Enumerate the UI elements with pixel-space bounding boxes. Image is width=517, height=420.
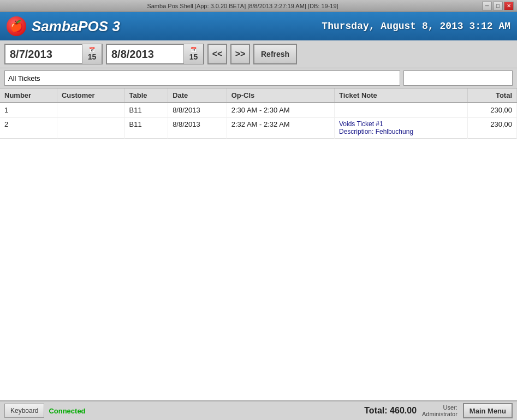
user-info: User: Administrator (422, 404, 457, 417)
end-date-calendar-button[interactable]: 📅 15 (183, 44, 203, 64)
cell-total: 230,00 (467, 117, 516, 139)
tickets-table: Number Customer Table Date Op-Cls Ticket… (0, 88, 517, 139)
cell-customer (57, 103, 124, 117)
cell-customer (57, 117, 124, 139)
end-date-input[interactable]: 8/8/2013 📅 15 (106, 44, 204, 64)
maximize-button[interactable]: □ (493, 2, 503, 10)
app-header: 🍎 SambaPOS 3 Thursday, August 8, 2013 3:… (0, 12, 517, 40)
minimize-button[interactable]: ─ (482, 2, 492, 10)
title-bar: Samba Pos Shell [App: 3.0.20 BETA] [8/8/… (0, 0, 517, 12)
start-date-text: 8/7/2013 (5, 48, 82, 61)
cell-ticket-note (334, 103, 467, 117)
date-filter-bar: 8/7/2013 📅 15 8/8/2013 📅 15 << >> Refres… (0, 40, 517, 68)
cell-number: 1 (0, 103, 57, 117)
end-date-text: 8/8/2013 (107, 48, 183, 61)
cell-date: 8/8/2013 (168, 103, 227, 117)
col-number: Number (0, 88, 57, 103)
logo-icon: 🍎 (10, 20, 23, 33)
title-bar-text: Samba Pos Shell [App: 3.0.20 BETA] [8/8/… (3, 3, 482, 9)
status-right: Total: 460.00 User: Administrator Main M… (364, 403, 513, 418)
filter-row: All Tickets Open Tickets Closed Tickets (0, 68, 517, 88)
tickets-table-container: Number Customer Table Date Op-Cls Ticket… (0, 88, 517, 400)
status-left: Keyboard Connected (4, 404, 86, 418)
prev-button[interactable]: << (207, 44, 227, 64)
close-button[interactable]: ✕ (504, 2, 514, 10)
title-bar-buttons: ─ □ ✕ (482, 2, 514, 10)
next-button[interactable]: >> (230, 44, 250, 64)
calendar-icon: 📅 15 (88, 48, 97, 61)
cell-op-cls: 2:30 AM - 2:30 AM (227, 103, 334, 117)
app-datetime: Thursday, August 8, 2013 3:12 AM (126, 21, 510, 32)
refresh-button[interactable]: Refresh (253, 44, 297, 64)
ticket-note-line2: Description: Fehlbuchung (339, 128, 413, 135)
ticket-filter-select[interactable]: All Tickets Open Tickets Closed Tickets (4, 70, 400, 86)
user-label: User: (443, 404, 457, 411)
cell-date: 8/8/2013 (168, 117, 227, 139)
table-row[interactable]: 2 B11 8/8/2013 2:32 AM - 2:32 AM Voids T… (0, 117, 517, 139)
col-ticket-note: Ticket Note (334, 88, 467, 103)
col-date: Date (168, 88, 227, 103)
connected-status: Connected (49, 407, 85, 415)
app-title: SambaPOS 3 (32, 18, 120, 35)
cell-op-cls: 2:32 AM - 2:32 AM (227, 117, 334, 139)
keyboard-button[interactable]: Keyboard (4, 404, 44, 418)
total-display: Total: 460.00 (364, 406, 417, 416)
cell-total: 230,00 (467, 103, 516, 117)
status-bar: Keyboard Connected Total: 460.00 User: A… (0, 400, 517, 420)
cell-table: B11 (124, 117, 168, 139)
col-table: Table (124, 88, 168, 103)
main-menu-button[interactable]: Main Menu (463, 403, 513, 418)
col-op-cls: Op-Cls (227, 88, 334, 103)
cell-table: B11 (124, 103, 168, 117)
table-header-row: Number Customer Table Date Op-Cls Ticket… (0, 88, 517, 103)
main-content: 8/7/2013 📅 15 8/8/2013 📅 15 << >> Refres… (0, 40, 517, 400)
table-row[interactable]: 1 B11 8/8/2013 2:30 AM - 2:30 AM 230,00 (0, 103, 517, 117)
filter-search-input[interactable] (403, 70, 513, 86)
start-date-input[interactable]: 8/7/2013 📅 15 (4, 44, 103, 64)
user-name: Administrator (422, 411, 457, 417)
calendar-icon: 📅 15 (189, 48, 198, 61)
ticket-note-line1: Voids Ticket #1 (339, 120, 383, 128)
col-customer: Customer (57, 88, 124, 103)
col-total: Total (467, 88, 516, 103)
cell-ticket-note: Voids Ticket #1 Description: Fehlbuchung (334, 117, 467, 139)
cell-number: 2 (0, 117, 57, 139)
start-date-calendar-button[interactable]: 📅 15 (82, 44, 102, 64)
app-logo: 🍎 (7, 16, 26, 36)
